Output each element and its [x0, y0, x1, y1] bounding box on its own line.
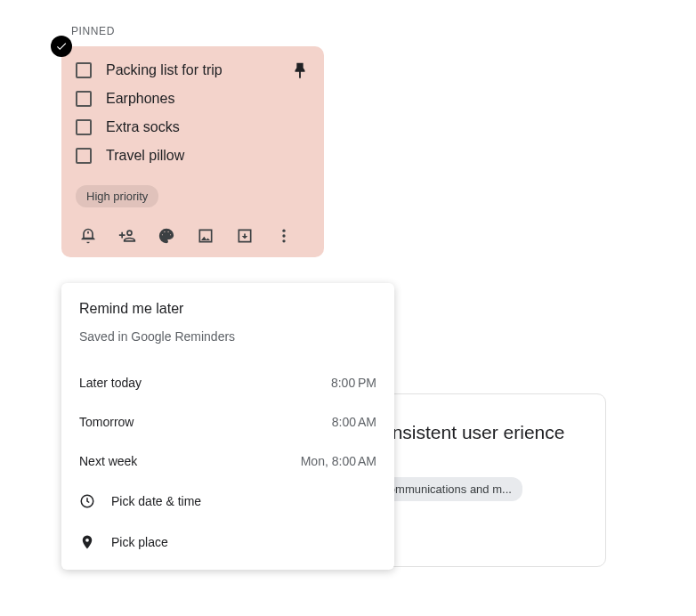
popup-subtitle: Saved in Google Reminders: [61, 329, 394, 344]
option-time: Mon, 8:00 AM: [301, 454, 376, 468]
checklist-item[interactable]: Earphones: [76, 91, 310, 107]
option-time: 8:00 AM: [332, 415, 376, 429]
checklist-item[interactable]: Extra socks: [76, 119, 310, 135]
reminder-popup: Remind me later Saved in Google Reminder…: [61, 283, 394, 570]
checkbox-icon[interactable]: [76, 91, 92, 107]
image-icon[interactable]: [197, 227, 214, 245]
check-badge-icon: [51, 36, 72, 57]
action-label: Pick date & time: [111, 494, 201, 508]
option-time: 8:00 PM: [331, 376, 376, 390]
note-toolbar: [76, 227, 310, 245]
section-label: PINNED: [71, 25, 115, 37]
more-icon[interactable]: [275, 227, 293, 245]
pick-date-time[interactable]: Pick date & time: [61, 481, 394, 522]
reminder-option-later-today[interactable]: Later today 8:00 PM: [61, 363, 394, 402]
palette-icon[interactable]: [158, 227, 175, 245]
checklist-text: Extra socks: [106, 119, 180, 135]
checklist-text: Packing list for trip: [106, 62, 223, 78]
option-label: Later today: [79, 376, 142, 390]
pick-place[interactable]: Pick place: [61, 522, 394, 563]
reminder-option-next-week[interactable]: Next week Mon, 8:00 AM: [61, 442, 394, 481]
tag-chip[interactable]: High priority: [76, 185, 158, 207]
action-label: Pick place: [111, 535, 168, 549]
pin-icon[interactable]: [290, 61, 310, 84]
checklist: Packing list for trip Earphones Extra so…: [76, 62, 310, 164]
svg-point-2: [282, 239, 285, 242]
collaborator-icon[interactable]: [118, 227, 136, 245]
checklist-item[interactable]: Packing list for trip: [76, 62, 310, 78]
reminder-icon[interactable]: [79, 227, 97, 245]
place-icon: [79, 534, 95, 550]
option-label: Tomorrow: [79, 415, 134, 429]
checkbox-icon[interactable]: [76, 119, 92, 135]
svg-point-0: [282, 230, 285, 232]
clock-icon: [79, 493, 95, 509]
archive-icon[interactable]: [236, 227, 254, 245]
checklist-text: Earphones: [106, 91, 174, 107]
checkbox-icon[interactable]: [76, 148, 92, 164]
popup-title: Remind me later: [61, 301, 394, 317]
option-label: Next week: [79, 454, 137, 468]
checklist-item[interactable]: Travel pillow: [76, 148, 310, 164]
checkbox-icon[interactable]: [76, 62, 92, 78]
checklist-text: Travel pillow: [106, 148, 184, 164]
reminder-option-tomorrow[interactable]: Tomorrow 8:00 AM: [61, 402, 394, 442]
note-card[interactable]: Packing list for trip Earphones Extra so…: [61, 46, 324, 257]
svg-point-1: [282, 234, 285, 237]
